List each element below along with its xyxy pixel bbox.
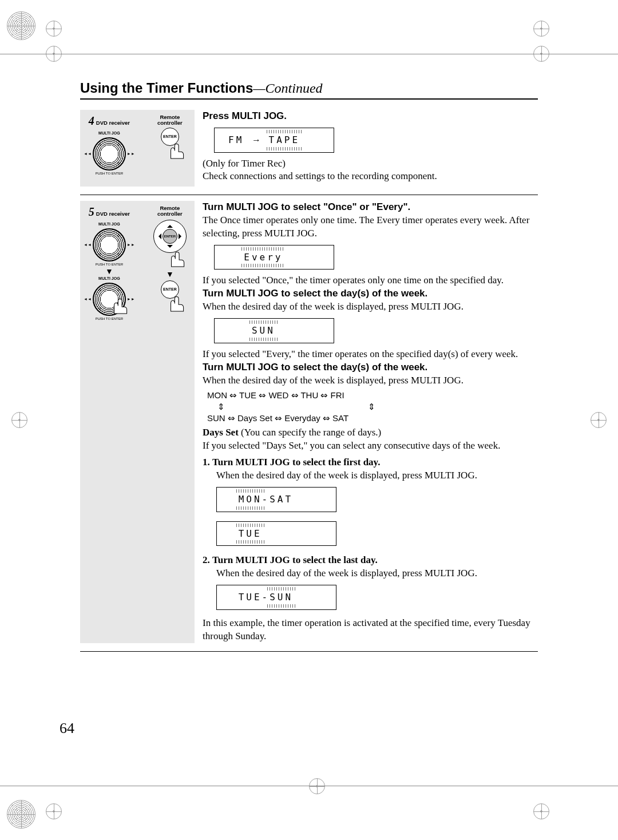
page-title: Using the Timer Functions—Continued (80, 80, 538, 100)
display-every: Every (214, 245, 334, 270)
jog-icons: ◄◄►► (84, 135, 135, 172)
hand-pointer-icon (109, 299, 129, 316)
step-4: 4DVD receiver MULTI JOG ◄◄►► PUSH TO ENT… (80, 110, 538, 195)
down-arrow-icon: ▼ (105, 267, 113, 275)
reg-mark (533, 46, 549, 62)
multi-jog-label: MULTI JOG (98, 276, 120, 280)
title-continued: —Continued (253, 81, 322, 96)
push-enter-label: PUSH TO ENTER (96, 263, 123, 266)
step-5-heading-2: Turn MULTI JOG to select the day(s) of t… (203, 287, 538, 300)
push-enter-label: PUSH TO ENTER (96, 172, 123, 175)
display-tue-text: TUE (239, 528, 262, 540)
display-every-text: Every (244, 251, 283, 264)
cycle-updown-right: ⇕ (368, 401, 375, 413)
step-4-note-2: Check connections and settings to the re… (203, 170, 538, 183)
jog-icons: ◄◄►► (84, 226, 135, 263)
display-sun: SUN (214, 318, 334, 343)
days-set-bold: Days Set (203, 427, 239, 438)
reg-mark (533, 21, 549, 37)
reg-mark (533, 803, 549, 819)
reg-mark (46, 46, 62, 62)
enter-ring-icon: ENTER (153, 220, 187, 253)
days-set-line: Days Set (You can specify the range of d… (203, 426, 538, 439)
step-4-heading: Press MULTI JOG. (203, 110, 538, 123)
dvd-receiver-label: DVD receiver (96, 211, 130, 217)
step-4-body: Press MULTI JOG. FM → TAPE (Only for Tim… (203, 110, 538, 187)
substep-1: 1. Turn MULTI JOG to select the first da… (203, 456, 538, 550)
substep-2: 2. Turn MULTI JOG to select the last day… (203, 554, 538, 614)
reg-mark (46, 803, 62, 819)
step-5-p3: When the desired day of the week is disp… (203, 300, 538, 314)
step-4-side: 4DVD receiver MULTI JOG ◄◄►► PUSH TO ENT… (80, 110, 195, 187)
step-5-p1: The Once timer operates only one time. T… (203, 214, 538, 240)
enter-inner-label: ENTER (163, 229, 177, 244)
display-tue-plain: TUE- (239, 592, 270, 603)
title-main: Using the Timer Functions (80, 80, 253, 96)
step-5: 5DVD receiver MULTI JOG ◄◄►► PUSH TO ENT… (80, 201, 538, 652)
display-mon-sat: MON-SAT (216, 487, 336, 512)
down-arrow-icon: ▼ (166, 270, 174, 278)
crop-line (0, 54, 618, 54)
display-fm: FM (228, 134, 244, 145)
step-5-p5: When the desired day of the week is disp… (203, 374, 538, 387)
multi-jog-label: MULTI JOG (98, 222, 120, 226)
reg-mark (46, 21, 62, 37)
reg-mark (591, 412, 607, 428)
day-cycle-diagram: MON ⇔ TUE ⇔ WED ⇔ THU ⇔ FRI ⇕⇕ SUN ⇔ Day… (203, 387, 538, 427)
display-tape: TAPE (269, 134, 300, 146)
multi-jog-label: MULTI JOG (98, 131, 120, 135)
step-5-body: Turn MULTI JOG to select "Once" or "Ever… (203, 201, 538, 643)
display-tue: TUE (216, 521, 336, 546)
display-mon-blink: MON (239, 493, 262, 506)
display-sat-plain: -SAT (262, 494, 294, 505)
reg-mark (309, 778, 325, 794)
dvd-receiver-label: DVD receiver (96, 120, 130, 126)
display-tue-sun: TUE-SUN (216, 585, 336, 610)
cycle-updown-left: ⇕ (217, 401, 225, 413)
hand-pointer-icon (166, 296, 185, 314)
reg-mark (11, 412, 27, 428)
days-set-rest: (You can specify the range of days.) (239, 427, 381, 438)
step-5-number: 5 (89, 205, 94, 218)
cycle-row-1: MON ⇔ TUE ⇔ WED ⇔ THU ⇔ FRI (207, 390, 538, 401)
display-sun-blink: SUN (270, 591, 293, 604)
substep-2-head: Turn MULTI JOG to select the last day. (212, 554, 378, 565)
jog-dial-icon (93, 228, 126, 261)
step-5-side: 5DVD receiver MULTI JOG ◄◄►► PUSH TO ENT… (80, 201, 195, 643)
remote-controller-label: Remote controller (149, 205, 191, 217)
step-5-p4: If you selected "Every," the timer opera… (203, 348, 538, 361)
substep-1-num: 1. (203, 457, 210, 467)
remote-controller-label: Remote controller (149, 114, 191, 126)
substep-1-p: When the desired day of the week is disp… (216, 469, 538, 482)
page-number: 64 (60, 720, 74, 737)
substep-2-p: When the desired day of the week is disp… (216, 567, 538, 580)
step-5-heading-1: Turn MULTI JOG to select "Once" or "Ever… (203, 201, 538, 214)
hand-pointer-icon (167, 252, 186, 269)
reg-mark (7, 11, 35, 40)
display-fm-tape: FM → TAPE (214, 128, 334, 153)
substep-1-head: Turn MULTI JOG to select the first day. (212, 457, 380, 467)
step-5-p7: In this example, the timer operation is … (203, 617, 538, 643)
display-arrow: → (252, 135, 261, 145)
reg-mark (7, 800, 35, 829)
step-5-heading-3: Turn MULTI JOG to select the day(s) of t… (203, 361, 538, 374)
hand-pointer-icon (166, 144, 185, 161)
step-5-p2: If you selected "Once," the timer operat… (203, 274, 538, 287)
step-5-p6: If you selected "Days Set," you can sele… (203, 439, 538, 453)
jog-dial-icon (93, 137, 126, 171)
step-4-number: 4 (89, 114, 94, 127)
cycle-row-3: SUN ⇔ Days Set ⇔ Everyday ⇔ SAT (207, 413, 538, 424)
display-sun-text: SUN (252, 324, 275, 337)
push-enter-label: PUSH TO ENTER (96, 317, 123, 320)
substep-2-num: 2. (203, 554, 210, 565)
step-4-note-1: (Only for Timer Rec) (203, 157, 538, 171)
